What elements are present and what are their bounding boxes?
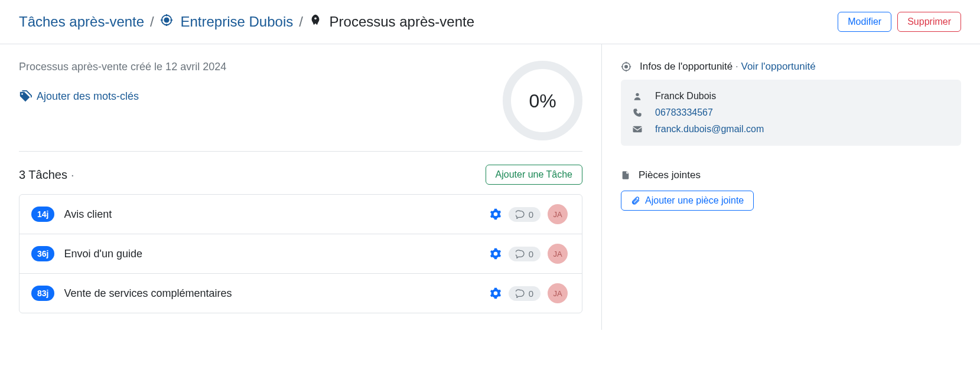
contact-email[interactable]: franck.dubois@gmail.com — [655, 124, 764, 135]
envelope-icon — [631, 124, 643, 135]
contact-name-row: Franck Dubois — [631, 88, 950, 104]
task-comments[interactable]: 0 — [509, 207, 541, 222]
target-icon — [621, 61, 631, 72]
breadcrumb-opportunity[interactable]: Entreprise Dubois — [160, 14, 293, 30]
svg-point-9 — [625, 65, 628, 68]
tasks-count-label: 3 Tâches — [19, 168, 67, 181]
view-opportunity-link[interactable]: Voir l'opportunité — [741, 61, 816, 72]
contact-name: Franck Dubois — [655, 91, 716, 101]
contact-phone-row: 06783334567 — [631, 104, 950, 121]
gear-icon[interactable] — [490, 208, 502, 220]
gear-icon[interactable] — [490, 248, 502, 260]
page-header: Tâches après-vente / Entreprise Dubois /… — [0, 0, 980, 44]
contact-email-row: franck.dubois@gmail.com — [631, 121, 950, 137]
task-title: Avis client — [64, 208, 112, 221]
opportunity-info-box: Franck Dubois 06783334567 franck.dubois@… — [621, 80, 961, 146]
svg-rect-15 — [633, 126, 642, 133]
task-title: Envoi d'un guide — [64, 248, 142, 260]
task-assignee-avatar[interactable]: JA — [548, 244, 568, 264]
phone-icon — [631, 108, 643, 117]
add-attachment-button[interactable]: Ajouter une pièce jointe — [621, 191, 754, 211]
add-task-button[interactable]: Ajouter une Tâche — [486, 165, 582, 185]
sidebar: Infos de l'opportunité · Voir l'opportun… — [602, 44, 980, 330]
add-tags-link[interactable]: Ajouter des mots-clés — [19, 90, 139, 103]
task-comments-count: 0 — [529, 289, 533, 299]
add-attachment-label: Ajouter une pièce jointe — [645, 195, 744, 206]
breadcrumb-separator: / — [150, 14, 154, 30]
paperclip-icon — [631, 196, 640, 205]
task-row[interactable]: 14j Avis client 0 JA — [19, 195, 582, 234]
task-row[interactable]: 36j Envoi d'un guide 0 JA — [19, 234, 582, 274]
task-row[interactable]: 83j Vente de services complémentaires 0 … — [19, 274, 582, 313]
task-days-badge: 83j — [31, 286, 54, 301]
user-icon — [631, 91, 643, 101]
attachments-header: Pièces jointes — [621, 169, 961, 181]
breadcrumb-separator: / — [299, 14, 303, 30]
tags-icon — [19, 90, 32, 103]
task-days-badge: 14j — [31, 207, 54, 222]
page-title: Processus après-vente — [330, 14, 474, 30]
task-title: Vente de services complémentaires — [64, 287, 232, 300]
breadcrumb-current: Processus après-vente — [309, 14, 474, 30]
task-assignee-avatar[interactable]: JA — [548, 283, 568, 303]
svg-point-1 — [164, 18, 168, 22]
task-days-badge: 36j — [31, 246, 54, 261]
tasks-count: 3 Tâches· — [19, 168, 74, 182]
opportunity-info-header: Infos de l'opportunité · Voir l'opportun… — [621, 61, 961, 73]
progress-donut: 0% — [503, 61, 582, 140]
add-tags-label: Ajouter des mots-clés — [37, 90, 139, 103]
gear-icon[interactable] — [490, 287, 502, 299]
opportunity-info-label: Infos de l'opportunité — [640, 61, 732, 72]
breadcrumb-root[interactable]: Tâches après-vente — [19, 14, 144, 30]
attachments-section: Pièces jointes Ajouter une pièce jointe — [621, 169, 961, 211]
target-icon — [160, 14, 173, 27]
task-comments[interactable]: 0 — [509, 286, 541, 301]
svg-point-14 — [636, 93, 639, 96]
edit-button[interactable]: Modifier — [838, 12, 891, 32]
content: Processus après-vente créé le 12 avril 2… — [0, 44, 980, 330]
rocket-icon — [309, 14, 322, 27]
svg-point-7 — [21, 93, 23, 95]
task-comments-count: 0 — [529, 209, 533, 220]
breadcrumb: Tâches après-vente / Entreprise Dubois /… — [19, 14, 474, 30]
attachments-title: Pièces jointes — [639, 169, 701, 181]
main-panel: Processus après-vente créé le 12 avril 2… — [0, 44, 602, 330]
task-list: 14j Avis client 0 JA 36j En — [19, 194, 582, 313]
progress-label: 0% — [529, 90, 556, 112]
tasks-header: 3 Tâches· Ajouter une Tâche — [19, 165, 582, 185]
file-icon — [621, 170, 630, 181]
svg-point-6 — [314, 17, 317, 19]
task-assignee-avatar[interactable]: JA — [548, 204, 568, 224]
task-comments[interactable]: 0 — [509, 247, 541, 261]
summary-row: Processus après-vente créé le 12 avril 2… — [19, 61, 582, 152]
breadcrumb-opportunity-label: Entreprise Dubois — [180, 14, 293, 30]
delete-button[interactable]: Supprimer — [897, 12, 961, 32]
contact-phone[interactable]: 06783334567 — [655, 107, 713, 118]
header-actions: Modifier Supprimer — [838, 12, 961, 32]
task-comments-count: 0 — [529, 249, 533, 259]
created-date: Processus après-vente créé le 12 avril 2… — [19, 61, 226, 73]
